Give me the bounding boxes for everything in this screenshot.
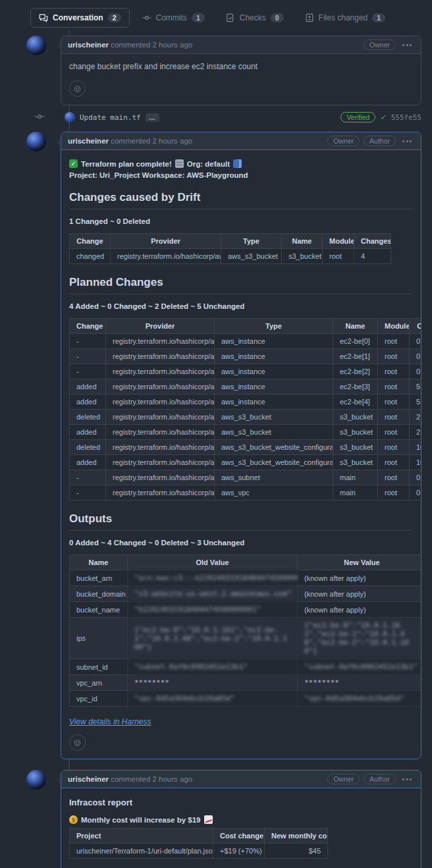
smiley-icon	[74, 84, 81, 94]
infracost-title: Infracost report	[69, 798, 413, 807]
money-bag-emoji-icon	[69, 815, 78, 824]
comment-author[interactable]: urischeiner	[68, 775, 109, 783]
table-row: addedregistry.terraform.io/hashicorp/aws…	[70, 425, 421, 440]
comment-byline: urischeiner commented 2 hours ago	[68, 137, 192, 145]
table-cell: urischeiner/Terraform-1/uri-default/plan…	[70, 844, 213, 859]
tab-files-changed[interactable]: Files changed 1	[296, 8, 394, 28]
verified-badge[interactable]: Verified	[340, 112, 375, 122]
commit-message[interactable]: Update main.tf	[80, 113, 141, 122]
comment-author[interactable]: urischeiner	[68, 137, 109, 145]
comment-header: urischeiner commented 2 hours ago Owner …	[61, 132, 421, 150]
column-header: Name	[282, 234, 323, 249]
table-cell: 0	[410, 334, 421, 349]
table-row: vpc_id"vpc-0d5a364ebcb19a85d""vpc-0d5a36…	[70, 691, 421, 707]
table-cell: root	[378, 455, 410, 470]
table-cell: aws_vpc	[215, 485, 333, 501]
table-row: ips{"ec2-be-0":"10.0.1.161","ec2-be-1":"…	[70, 618, 421, 659]
table-cell: bucket_domain	[70, 586, 128, 602]
table-cell: subnet_id	[70, 659, 128, 675]
column-header: Old Value	[128, 555, 298, 570]
table-row: bucket_name"b22024031918484474500000001"…	[70, 602, 421, 618]
book-emoji-icon	[233, 159, 242, 168]
avatar[interactable]	[65, 112, 75, 122]
table-cell: registry.terraform.io/hashicorp/aws	[106, 379, 215, 394]
table-cell: aws_subnet	[215, 470, 333, 485]
tab-checks[interactable]: Checks 0	[217, 8, 292, 28]
table-cell: "b22024031918484474500000001"	[128, 602, 298, 618]
table-cell: (known after apply)	[298, 602, 421, 618]
table-row: subnet_id"subnet-0af0c0902452e13b1""subn…	[70, 659, 421, 675]
planned-summary: 4 Added ~ 0 Changed ~ 2 Deleted ~ 5 Unch…	[69, 302, 413, 310]
kebab-menu-button[interactable]	[400, 138, 414, 144]
table-row: deletedregistry.terraform.io/hashicorp/a…	[70, 440, 421, 455]
outputs-table-grid: NameOld ValueNew Valuebucket_arn"arn:aws…	[69, 555, 421, 707]
table-cell: 5	[410, 394, 421, 410]
table-cell: aws_s3_bucket_website_configuration	[215, 440, 333, 455]
comment-discussion-icon	[39, 13, 48, 22]
header-row: ChangeProviderTypeNameModuleChanges	[70, 234, 391, 249]
cost-line-text: Monthly cost will increase by $19	[81, 816, 201, 824]
comment-meta: commented 2 hours ago	[111, 775, 192, 783]
comment-1: urischeiner commented 2 hours ago Owner …	[61, 36, 421, 105]
comment-body: change bucket prefix and increase ec2 in…	[61, 54, 421, 105]
add-reaction-button[interactable]	[69, 734, 86, 751]
kebab-menu-button[interactable]	[400, 42, 414, 48]
drift-table-grid: ChangeProviderTypeNameModuleChangeschang…	[69, 233, 391, 264]
table-cell: "subnet-0af0c0902452e13b1"	[298, 659, 421, 675]
column-header: Project	[70, 828, 213, 844]
table-cell: root	[378, 440, 410, 455]
column-header: Name	[70, 555, 128, 570]
outputs-table: NameOld ValueNew Valuebucket_arn"arn:aws…	[69, 555, 421, 707]
table-cell: 10	[410, 455, 421, 470]
pr-conversation-page: Conversation 2 Commits 1 Checks 0	[0, 0, 432, 868]
git-commit-icon	[34, 111, 45, 123]
table-cell: $45	[265, 844, 328, 859]
check-mark-emoji-icon: ✓	[69, 159, 78, 168]
table-cell: {"ec2-be-0":"10.0.1.161","ec2-be-1":"10.…	[298, 618, 421, 659]
table-cell: added	[70, 379, 106, 394]
table-row: changedregistry.terraform.io/hashicorp/a…	[70, 249, 391, 264]
header-row: NameOld ValueNew Value	[70, 555, 421, 570]
table-cell: aws_s3_bucket	[221, 249, 282, 264]
table-row: addedregistry.terraform.io/hashicorp/aws…	[70, 455, 421, 470]
table-cell: ec2-be[0]	[333, 334, 378, 349]
commit-icon	[142, 13, 151, 22]
table-row: addedregistry.terraform.io/hashicorp/aws…	[70, 394, 421, 410]
table-cell: {"ec2-be-0":"10.0.1.161","ec2-be-1":"10.…	[128, 618, 298, 659]
table-cell: aws_s3_bucket	[215, 410, 333, 425]
header-row: ProjectCost changeNew monthly cost	[70, 828, 328, 844]
table-cell: root	[323, 249, 354, 264]
avatar[interactable]	[26, 770, 46, 790]
table-cell: registry.terraform.io/hashicorp/aws	[106, 440, 215, 455]
table-cell: ********	[298, 675, 421, 691]
table-row: -registry.terraform.io/hashicorp/awsaws_…	[70, 334, 421, 349]
comment-header: urischeiner commented 2 hours ago Owner	[61, 36, 421, 54]
table-cell: registry.terraform.io/hashicorp/aws	[106, 425, 215, 440]
add-reaction-button[interactable]	[69, 80, 86, 97]
commit-event: Update main.tf … Verified ✓ 555fe55	[65, 112, 421, 122]
tab-conversation[interactable]: Conversation 2	[30, 8, 130, 28]
commit-expand-button[interactable]: …	[146, 113, 159, 122]
commit-sha[interactable]: 555fe55	[391, 113, 421, 122]
column-header: Cost change	[213, 828, 265, 844]
comment-author[interactable]: urischeiner	[68, 41, 109, 49]
tab-count-badge: 0	[271, 13, 284, 22]
table-cell: registry.terraform.io/hashicorp/aws	[106, 394, 215, 410]
table-cell: "s3-website-us-west-2.amazonaws.com"	[128, 586, 298, 602]
avatar[interactable]	[26, 36, 46, 55]
table-cell: root	[378, 364, 410, 379]
table-cell: ec2-be[2]	[333, 364, 378, 379]
column-header: Module	[323, 234, 354, 249]
outputs-summary: 0 Added ~ 4 Changed ~ 0 Deleted ~ 3 Unch…	[69, 539, 413, 547]
tab-label: Files changed	[319, 13, 368, 22]
kebab-menu-button[interactable]	[400, 776, 414, 782]
tab-count-badge: 1	[372, 13, 385, 22]
table-cell: registry.terraform.io/hashicorp/aws	[106, 455, 215, 470]
tab-commits[interactable]: Commits 1	[134, 8, 213, 28]
avatar[interactable]	[26, 132, 46, 151]
column-header: New monthly cost	[265, 828, 328, 844]
view-details-link[interactable]: View details in Harness	[69, 717, 151, 726]
column-header: Name	[333, 319, 378, 334]
table-cell: 4	[354, 249, 391, 264]
column-header: Provider	[106, 319, 215, 334]
